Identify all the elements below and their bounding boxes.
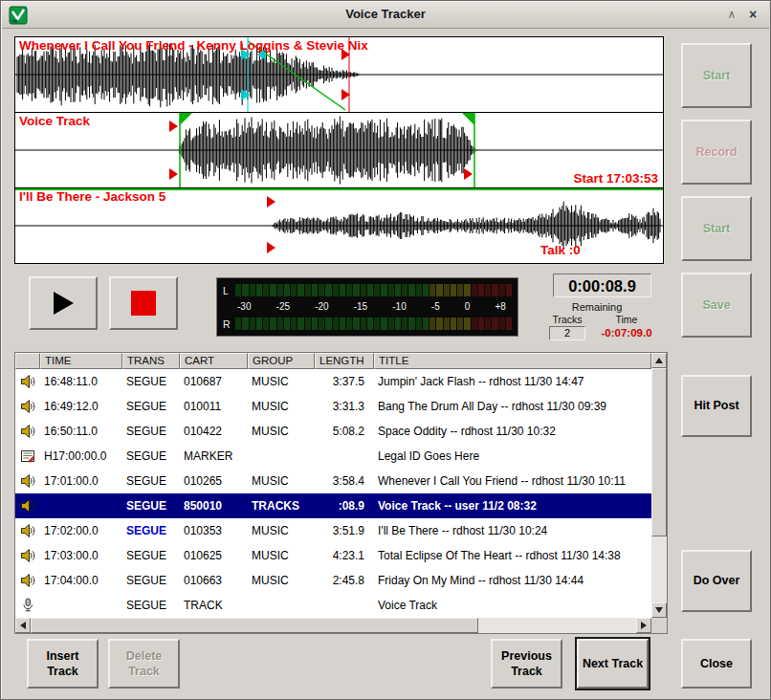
voice-tracker-window: Voice Tracker ∧ × Whenever I Call You Fr… — [0, 0, 771, 700]
cell-trans: SEGUE — [122, 419, 180, 444]
cell-length: 2:45.8 — [315, 568, 374, 593]
titlebar-close-button[interactable]: × — [744, 7, 761, 24]
cell-length — [315, 593, 374, 618]
log-header: TIMETRANSCARTGROUPLENGTHTITLE — [15, 353, 651, 369]
previous-track-button[interactable]: Previous Track — [491, 639, 562, 689]
cell-length: 3:51.9 — [315, 518, 374, 543]
column-header-group[interactable]: GROUP — [248, 353, 315, 369]
save-button[interactable]: Save — [681, 273, 752, 338]
audio-meter: L -30-25-20-15-10-50+8 R — [216, 277, 518, 337]
play-button[interactable] — [29, 276, 98, 330]
log-row[interactable]: 16:48:11.0SEGUE010687MUSIC3:37.5Jumpin' … — [15, 369, 651, 394]
horizontal-scrollbar[interactable] — [15, 618, 651, 633]
close-button[interactable]: Close — [681, 639, 752, 689]
start-button-2[interactable]: Start — [681, 196, 752, 261]
vertical-scrollbar[interactable] — [651, 353, 667, 618]
cell-length — [315, 444, 374, 469]
start-button-1[interactable]: Start — [681, 43, 752, 108]
track-voice-track[interactable]: Voice Track Start 17:03:53 — [14, 112, 664, 188]
track-next-song[interactable]: I'll Be There - Jackson 5 Talk :0 — [14, 187, 664, 264]
cell-trans: SEGUE — [122, 543, 180, 568]
track-title: Voice Track — [19, 114, 90, 128]
cell-time: 16:48:11.0 — [40, 369, 122, 394]
cell-time: 16:49:12.0 — [40, 394, 122, 419]
do-over-button[interactable]: Do Over — [681, 550, 752, 612]
column-header-icon[interactable] — [15, 353, 40, 369]
mic-icon — [15, 593, 40, 618]
column-header-trans[interactable]: TRANS — [122, 353, 180, 369]
start-time-label: Start 17:03:53 — [573, 171, 658, 186]
cell-length: 4:23.1 — [315, 543, 374, 568]
speaker-icon — [15, 568, 40, 593]
horizontal-scrollbar-thumb[interactable] — [31, 618, 478, 633]
insert-track-button[interactable]: Insert Track — [27, 639, 99, 689]
cell-title: Jumpin' Jack Flash -- rdhost 11/30 14:47 — [374, 369, 651, 394]
scroll-right-button[interactable] — [636, 618, 651, 633]
log-row[interactable]: SEGUE850010TRACKS:08.9Voice Track -- use… — [15, 493, 651, 518]
meter-scale-label: -25 — [276, 301, 290, 313]
meter-right-label: R — [223, 318, 235, 330]
column-header-title[interactable]: TITLE — [374, 353, 651, 369]
vertical-scrollbar-thumb[interactable] — [651, 368, 667, 536]
record-button[interactable]: Record — [681, 120, 752, 185]
cell-cart: 010422 — [180, 419, 248, 444]
meter-scale: -30-25-20-15-10-50+8 — [235, 301, 512, 313]
cell-length: :08.9 — [315, 493, 374, 518]
log-row[interactable]: SEGUETRACKVoice Track — [15, 593, 651, 618]
log-row[interactable]: 17:04:00.0SEGUE010663MUSIC2:45.8Friday O… — [15, 568, 651, 593]
next-track-button[interactable]: Next Track — [577, 639, 649, 689]
log-row[interactable]: H17:00:00.0SEGUEMARKERLegal ID Goes Here — [15, 444, 651, 469]
scroll-down-button[interactable] — [651, 602, 667, 618]
log-row[interactable]: 16:49:12.0SEGUE010011MUSIC3:31.3Bang The… — [15, 394, 651, 419]
cell-cart: 850010 — [180, 493, 248, 518]
column-header-length[interactable]: LENGTH — [315, 353, 374, 369]
meter-scale-label: -15 — [354, 301, 367, 313]
cell-title: Legal ID Goes Here — [374, 444, 651, 469]
talk-time-label: Talk :0 — [540, 243, 581, 257]
shade-button[interactable]: ∧ — [723, 7, 740, 24]
meter-scale-label: -5 — [431, 301, 440, 313]
scroll-up-button[interactable] — [651, 353, 667, 368]
meter-scale-label: 0 — [465, 301, 471, 313]
play-icon — [49, 289, 77, 317]
meter-scale-label: -20 — [315, 301, 328, 313]
track-previous-song[interactable]: Whenever I Call You Friend - Kenny Loggi… — [14, 36, 664, 113]
cell-group: MUSIC — [248, 394, 315, 419]
speaker-icon — [15, 543, 40, 568]
hit-post-button[interactable]: Hit Post — [681, 375, 752, 437]
cell-length: 3:37.5 — [315, 369, 374, 394]
log-row[interactable]: 17:03:00.0SEGUE010625MUSIC4:23.1Total Ec… — [15, 543, 651, 568]
cell-cart: 010265 — [180, 469, 248, 493]
cell-group — [248, 593, 315, 618]
cell-title: Voice Track -- user 11/2 08:32 — [374, 493, 651, 518]
cell-trans: SEGUE — [122, 568, 180, 593]
cell-group: MUSIC — [248, 518, 315, 543]
cell-cart: 010011 — [180, 394, 248, 419]
log-row[interactable]: 17:01:00.0SEGUE010265MUSIC3:58.4Whenever… — [15, 469, 651, 493]
cell-length: 5:08.2 — [315, 419, 374, 444]
speaker-icon — [15, 493, 40, 518]
scroll-left-button[interactable] — [15, 618, 31, 633]
track-title: I'll Be There - Jackson 5 — [19, 189, 165, 204]
cell-time: 17:01:00.0 — [40, 469, 122, 493]
arrow-down-icon — [655, 607, 663, 613]
cell-time — [40, 493, 122, 518]
log-row[interactable]: 16:50:11.0SEGUE010422MUSIC5:08.2Space Od… — [15, 419, 651, 444]
cell-group: MUSIC — [248, 369, 315, 394]
column-header-cart[interactable]: CART — [180, 353, 248, 369]
meter-scale-label: +8 — [496, 301, 506, 313]
log-row[interactable]: 17:02:00.0SEGUE010353MUSIC3:51.9I'll Be … — [15, 518, 651, 543]
titlebar[interactable]: Voice Tracker ∧ × — [2, 2, 769, 29]
cell-cart: 010353 — [180, 518, 248, 543]
waveform-voice-track — [15, 113, 663, 187]
stop-button[interactable] — [109, 276, 178, 330]
column-header-time[interactable]: TIME — [40, 353, 122, 369]
window-title: Voice Tracker — [2, 7, 769, 21]
tracks-remaining-label: Tracks — [538, 314, 597, 325]
speaker-icon — [15, 469, 40, 493]
remaining-panel: Remaining Tracks 2 Time -0:07:09.0 — [538, 301, 656, 340]
cell-cart: 010625 — [180, 543, 248, 568]
delete-track-button[interactable]: Delete Track — [108, 639, 180, 689]
cell-time — [40, 593, 122, 618]
cell-time: 16:50:11.0 — [40, 419, 122, 444]
